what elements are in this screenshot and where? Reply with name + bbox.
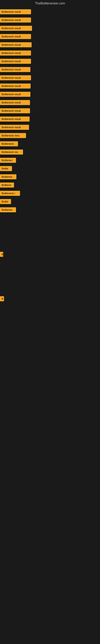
bottleneck-label-20[interactable]: Bottlenec bbox=[0, 174, 16, 179]
bottleneck-label-4[interactable]: Bottleneck result bbox=[0, 42, 32, 47]
bottleneck-label-12[interactable]: Bottleneck result bbox=[0, 108, 30, 113]
bottleneck-label-18[interactable]: Bottlenec bbox=[0, 158, 16, 163]
bottleneck-label-6[interactable]: Bottleneck result bbox=[0, 59, 31, 64]
bottleneck-item-5[interactable]: Bottleneck result bbox=[0, 49, 100, 58]
bottleneck-label-24[interactable]: Bottlenec bbox=[0, 207, 16, 212]
bottleneck-item-22[interactable]: Bottleneck r bbox=[0, 190, 100, 198]
bottleneck-label-2[interactable]: Bottleneck result bbox=[0, 26, 32, 31]
bottleneck-item-16[interactable]: Bottleneck bbox=[0, 140, 100, 148]
bottleneck-label-8[interactable]: Bottleneck result bbox=[0, 75, 31, 80]
bottleneck-item-19[interactable]: Bottle bbox=[0, 165, 100, 173]
bottleneck-label-11[interactable]: Bottleneck result bbox=[0, 100, 30, 105]
bottleneck-label-17[interactable]: Bottleneck res bbox=[0, 150, 23, 154]
bottleneck-item-9[interactable]: Bottleneck result bbox=[0, 82, 100, 90]
gap-medium bbox=[0, 259, 100, 295]
bottleneck-item-20[interactable]: Bottlenec bbox=[0, 173, 100, 181]
bottleneck-item-24[interactable]: Bottlenec bbox=[0, 206, 100, 214]
bottleneck-label-19[interactable]: Bottle bbox=[0, 166, 12, 171]
bottleneck-item-7[interactable]: Bottleneck result bbox=[0, 66, 100, 74]
bottleneck-label-5[interactable]: Bottleneck result bbox=[0, 50, 31, 56]
bottleneck-item-6[interactable]: Bottleneck result bbox=[0, 58, 100, 66]
bottleneck-label-13[interactable]: Bottleneck result bbox=[0, 116, 30, 122]
bottleneck-label-23[interactable]: Bottle bbox=[0, 199, 11, 204]
bottleneck-item-8[interactable]: Bottleneck result bbox=[0, 74, 100, 82]
bottleneck-item-4[interactable]: Bottleneck result bbox=[0, 41, 100, 49]
bottleneck-item-0[interactable]: Bottleneck result bbox=[0, 8, 100, 16]
bottleneck-item-21[interactable]: Bottlene bbox=[0, 181, 100, 190]
bottleneck-label-14[interactable]: Bottleneck result bbox=[0, 125, 29, 130]
bottleneck-item-10[interactable]: Bottleneck result bbox=[0, 90, 100, 99]
bottleneck-item-25[interactable]: B bbox=[0, 250, 100, 259]
bottleneck-label-21[interactable]: Bottlene bbox=[0, 182, 14, 188]
bottleneck-item-1[interactable]: Bottleneck result bbox=[0, 16, 100, 24]
site-title: TheBottlenecker.com bbox=[0, 0, 100, 7]
bottleneck-label-0[interactable]: Bottleneck result bbox=[0, 9, 31, 14]
bottleneck-item-11[interactable]: Bottleneck result bbox=[0, 99, 100, 107]
items-container: Bottleneck resultBottleneck resultBottle… bbox=[0, 7, 100, 304]
bottleneck-item-3[interactable]: Bottleneck result bbox=[0, 33, 100, 41]
bottleneck-item-23[interactable]: Bottle bbox=[0, 198, 100, 206]
bottleneck-label-26[interactable]: B bbox=[0, 296, 4, 301]
bottleneck-item-14[interactable]: Bottleneck result bbox=[0, 124, 100, 132]
bottleneck-label-25[interactable]: B bbox=[0, 252, 3, 257]
bottleneck-item-17[interactable]: Bottleneck res bbox=[0, 148, 100, 156]
bottleneck-label-7[interactable]: Bottleneck result bbox=[0, 67, 30, 72]
bottleneck-label-16[interactable]: Bottleneck bbox=[0, 141, 18, 146]
gap-large bbox=[0, 214, 100, 250]
bottleneck-item-12[interactable]: Bottleneck result bbox=[0, 107, 100, 115]
bottleneck-label-10[interactable]: Bottleneck result bbox=[0, 92, 30, 97]
bottleneck-item-18[interactable]: Bottlenec bbox=[0, 156, 100, 165]
bottleneck-item-26[interactable]: B bbox=[0, 295, 100, 303]
bottleneck-item-2[interactable]: Bottleneck result bbox=[0, 24, 100, 33]
bottleneck-label-22[interactable]: Bottleneck r bbox=[0, 191, 20, 196]
bottleneck-item-15[interactable]: Bottleneck resu bbox=[0, 132, 100, 140]
bottleneck-label-3[interactable]: Bottleneck result bbox=[0, 34, 31, 39]
bottleneck-label-1[interactable]: Bottleneck result bbox=[0, 18, 31, 22]
bottleneck-item-13[interactable]: Bottleneck result bbox=[0, 115, 100, 124]
bottleneck-label-9[interactable]: Bottleneck result bbox=[0, 84, 31, 88]
bottleneck-label-15[interactable]: Bottleneck resu bbox=[0, 133, 26, 138]
